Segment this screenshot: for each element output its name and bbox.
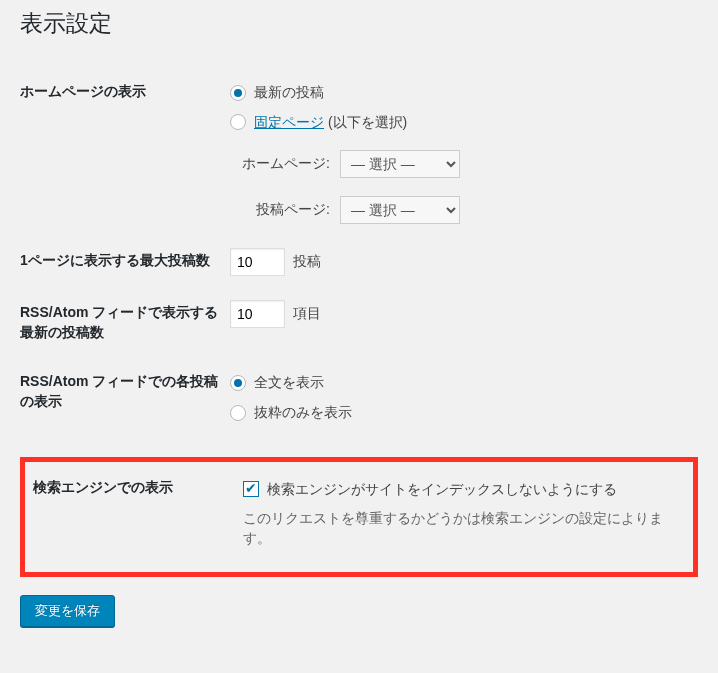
radio-full-text[interactable] <box>230 375 246 391</box>
checkbox-noindex-wrapper: 検索エンジンがサイトをインデックスしないようにする <box>243 480 675 500</box>
page-title: 表示設定 <box>20 8 698 39</box>
settings-form: ホームページの表示 最新の投稿 固定ページ (以下を選択) ホームページ: — … <box>20 67 698 445</box>
posts-page-select[interactable]: — 選択 — <box>340 196 460 224</box>
row-rss-items: RSS/Atom フィードで表示する最新の投稿数 項目 <box>20 288 698 357</box>
search-engine-highlight: 検索エンジンでの表示 検索エンジンがサイトをインデックスしないようにする このリ… <box>20 457 698 578</box>
radio-full-text-wrapper: 全文を表示 <box>230 373 688 393</box>
radio-summary-wrapper: 抜粋のみを表示 <box>230 403 688 423</box>
unit-rss-items: 項目 <box>293 304 321 324</box>
radio-latest-posts-label: 最新の投稿 <box>254 83 324 103</box>
posts-page-select-label: 投稿ページ: <box>230 200 330 220</box>
posts-page-select-row: 投稿ページ: — 選択 — <box>230 196 688 224</box>
static-page-suffix: (以下を選択) <box>324 114 407 130</box>
input-posts-per-page[interactable] <box>230 248 285 276</box>
static-page-link[interactable]: 固定ページ <box>254 114 324 130</box>
row-posts-per-page: 1ページに表示する最大投稿数 投稿 <box>20 236 698 288</box>
row-search-engine: 検索エンジンでの表示 検索エンジンがサイトをインデックスしないようにする このリ… <box>33 474 685 561</box>
homepage-select-label: ホームページ: <box>230 154 330 174</box>
radio-static-page[interactable] <box>230 114 246 130</box>
row-feed-content: RSS/Atom フィードでの各投稿の表示 全文を表示 抜粋のみを表示 <box>20 357 698 444</box>
radio-static-page-wrapper: 固定ページ (以下を選択) <box>230 113 688 133</box>
radio-summary-label: 抜粋のみを表示 <box>254 403 352 423</box>
radio-summary[interactable] <box>230 405 246 421</box>
radio-latest-posts[interactable] <box>230 85 246 101</box>
homepage-select-row: ホームページ: — 選択 — <box>230 150 688 178</box>
radio-latest-posts-wrapper: 最新の投稿 <box>230 83 688 103</box>
homepage-select[interactable]: — 選択 — <box>340 150 460 178</box>
label-feed-content: RSS/Atom フィードでの各投稿の表示 <box>20 357 230 444</box>
radio-full-text-label: 全文を表示 <box>254 373 324 393</box>
label-rss-items: RSS/Atom フィードで表示する最新の投稿数 <box>20 288 230 357</box>
label-search-engine: 検索エンジンでの表示 <box>33 474 243 561</box>
label-posts-per-page: 1ページに表示する最大投稿数 <box>20 236 230 288</box>
input-rss-items[interactable] <box>230 300 285 328</box>
unit-posts-per-page: 投稿 <box>293 252 321 272</box>
checkbox-noindex[interactable] <box>243 481 259 497</box>
checkbox-noindex-label: 検索エンジンがサイトをインデックスしないようにする <box>267 480 617 500</box>
row-homepage-display: ホームページの表示 最新の投稿 固定ページ (以下を選択) ホームページ: — … <box>20 67 698 236</box>
radio-static-page-label: 固定ページ (以下を選択) <box>254 113 407 133</box>
label-homepage-display: ホームページの表示 <box>20 67 230 236</box>
search-engine-description: このリクエストを尊重するかどうかは検索エンジンの設定によります。 <box>243 509 675 548</box>
save-button[interactable]: 変更を保存 <box>20 595 115 627</box>
